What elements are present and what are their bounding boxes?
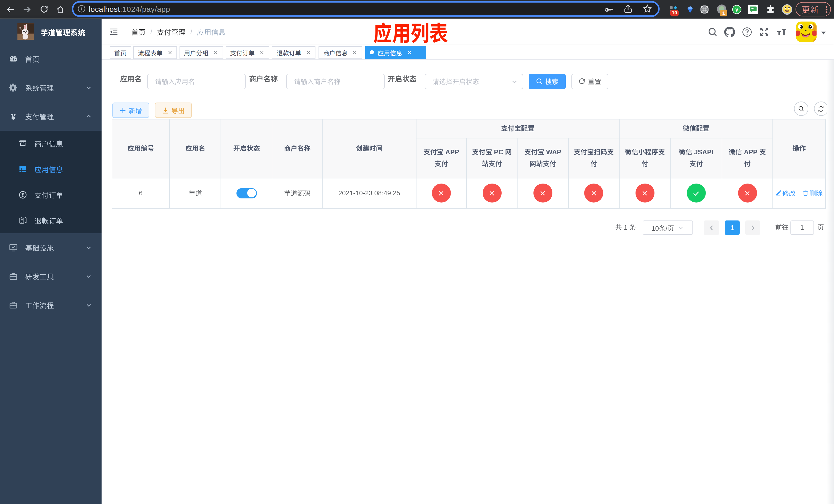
svg-text:y: y [735, 6, 738, 12]
svg-text:¥: ¥ [22, 190, 24, 198]
